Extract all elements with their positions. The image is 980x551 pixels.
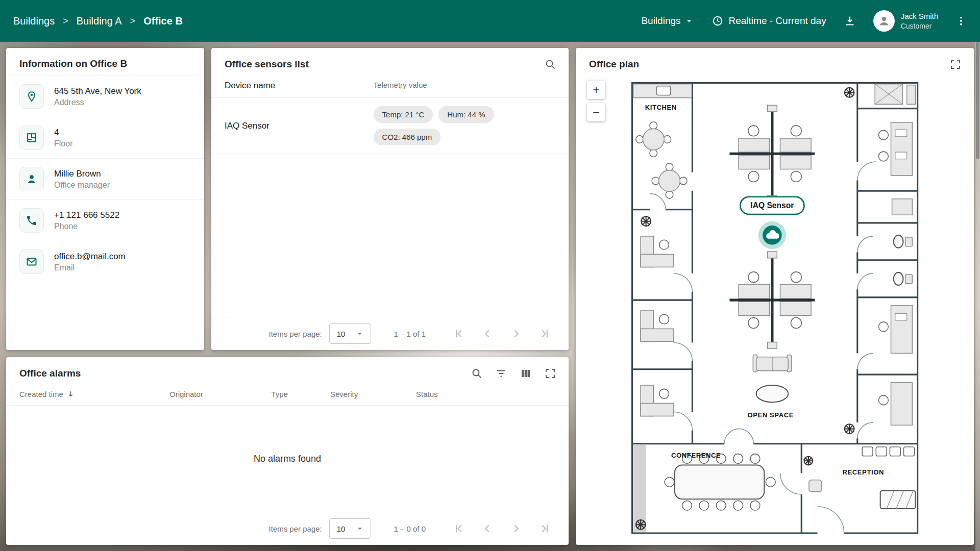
alarms-table-header: Created time Originator Type Severity St… xyxy=(6,386,569,406)
kitchen-furniture xyxy=(633,84,692,198)
address-label: Address xyxy=(54,98,141,107)
office-plan-panel: Office plan + − xyxy=(576,48,974,545)
floor-plan[interactable]: KITCHEN OPEN SPACE CONFERENCE RECEPTION … xyxy=(626,77,924,545)
timewindow-label: Realtime - Current day xyxy=(729,15,826,27)
col-severity[interactable]: Severity xyxy=(330,390,416,398)
page-range-label: 1 – 1 of 1 xyxy=(394,330,426,338)
person-icon xyxy=(877,14,891,28)
download-icon[interactable] xyxy=(844,15,856,27)
cubicle-cluster-top xyxy=(729,105,815,202)
next-page-icon[interactable] xyxy=(509,327,523,340)
walls xyxy=(632,83,917,534)
breadcrumb-buildings[interactable]: Buildings xyxy=(13,15,55,27)
items-per-page-label: Items per page: xyxy=(269,330,322,338)
alarms-panel: Office alarms Created time Originator Ty… xyxy=(6,357,569,545)
timewindow-button[interactable]: Realtime - Current day xyxy=(712,15,826,27)
entity-select[interactable]: Buildings xyxy=(641,15,694,27)
phone-label: Phone xyxy=(54,222,119,231)
info-item-email: office.b@mail.com Email xyxy=(6,241,204,282)
last-page-icon[interactable] xyxy=(538,522,551,535)
cubicle-cluster-bottom xyxy=(729,252,815,348)
columns-icon[interactable] xyxy=(520,367,532,380)
floor-value: 4 xyxy=(54,128,72,138)
user-menu[interactable]: Jack Smith Customer xyxy=(873,10,938,32)
telemetry-chip-hum: Hum: 44 % xyxy=(438,106,494,123)
zoom-in-button[interactable]: + xyxy=(587,81,605,99)
sensors-table-header: Device name Telemetry value xyxy=(211,77,569,98)
phone-value: +1 121 666 5522 xyxy=(54,210,119,220)
alarms-paginator: Items per page: 10 1 – 0 of 0 xyxy=(6,512,569,545)
page-scrollbar[interactable] xyxy=(975,42,980,551)
first-page-icon[interactable] xyxy=(452,522,465,535)
conference-label: CONFERENCE xyxy=(671,452,721,459)
sensors-panel-title: Office sensors list xyxy=(225,59,309,70)
info-item-floor: 4 Floor xyxy=(6,117,204,158)
col-originator[interactable]: Originator xyxy=(169,390,272,398)
telemetry-chip-temp: Temp: 21 °C xyxy=(374,106,433,123)
iaq-sensor-marker[interactable]: IAQ Sensor xyxy=(740,197,804,249)
manager-value: Millie Brown xyxy=(54,169,110,179)
next-page-icon[interactable] xyxy=(509,522,523,535)
email-icon xyxy=(19,249,44,274)
location-icon xyxy=(19,84,44,109)
manager-label: Office manager xyxy=(54,181,110,190)
left-office-furniture xyxy=(641,236,674,416)
floor-plan-viewport[interactable]: + − xyxy=(576,77,974,545)
email-label: Email xyxy=(54,263,126,272)
col-telemetry-value: Telemetry value xyxy=(374,81,555,91)
email-value: office.b@mail.com xyxy=(54,252,126,262)
col-status[interactable]: Status xyxy=(416,390,555,398)
open-space-label: OPEN SPACE xyxy=(747,411,794,419)
page-size-value: 10 xyxy=(337,524,346,533)
page-size-select[interactable]: 10 xyxy=(329,323,372,344)
clock-icon xyxy=(712,15,724,27)
breadcrumb-office-b: Office B xyxy=(143,15,183,27)
sensor-row-iaq[interactable]: IAQ Sensor Temp: 21 °C Hum: 44 % CO2: 46… xyxy=(211,98,569,154)
avatar xyxy=(873,10,895,32)
floor-icon xyxy=(19,126,44,150)
info-item-phone: +1 121 666 5522 Phone xyxy=(6,199,204,241)
items-per-page-label: Items per page: xyxy=(269,524,322,533)
iaq-sensor-chip-label: IAQ Sensor xyxy=(750,201,794,210)
breadcrumb-separator: > xyxy=(130,16,136,27)
info-panel-title: Information on Office B xyxy=(19,58,127,69)
zoom-out-button[interactable]: − xyxy=(587,103,605,121)
info-panel: Information on Office B 645 5th Ave, New… xyxy=(6,48,204,350)
telemetry-chip-co2: CO2: 466 ppm xyxy=(374,129,441,145)
filter-icon[interactable] xyxy=(495,367,507,380)
col-device-name[interactable]: Device name xyxy=(225,81,374,91)
first-page-icon[interactable] xyxy=(452,327,465,340)
sensors-panel: Office sensors list Device name Telemetr… xyxy=(211,48,569,350)
previous-page-icon[interactable] xyxy=(481,522,494,535)
col-created-time[interactable]: Created time xyxy=(19,390,169,398)
page-size-value: 10 xyxy=(337,330,346,338)
breadcrumb-building-a[interactable]: Building A xyxy=(77,15,122,27)
floor-label: Floor xyxy=(54,139,72,148)
search-icon[interactable] xyxy=(544,58,556,70)
top-bar: Buildings > Building A > Office B Buildi… xyxy=(0,0,980,42)
user-role: Customer xyxy=(901,21,938,31)
fullscreen-icon[interactable] xyxy=(949,58,962,70)
device-name: IAQ Sensor xyxy=(225,121,374,131)
last-page-icon[interactable] xyxy=(538,327,551,340)
no-alarms-message: No alarms found xyxy=(6,406,569,512)
kebab-menu-icon[interactable] xyxy=(955,15,967,27)
plan-panel-title: Office plan xyxy=(589,59,639,70)
chevron-down-icon xyxy=(684,16,694,26)
fullscreen-icon[interactable] xyxy=(544,367,556,380)
page-size-select[interactable]: 10 xyxy=(329,518,372,539)
entity-select-label: Buildings xyxy=(641,15,680,27)
phone-icon xyxy=(19,208,44,233)
person-icon xyxy=(19,167,44,191)
search-icon[interactable] xyxy=(471,367,483,380)
chevron-down-icon xyxy=(355,329,364,338)
col-type[interactable]: Type xyxy=(272,390,331,398)
user-name: Jack Smith xyxy=(901,11,938,21)
address-value: 645 5th Ave, New York xyxy=(54,86,141,96)
reception-label: RECEPTION xyxy=(842,468,884,476)
breadcrumb-separator: > xyxy=(63,16,68,27)
previous-page-icon[interactable] xyxy=(481,327,494,340)
info-item-address: 645 5th Ave, New York Address xyxy=(6,76,204,117)
reception-furniture xyxy=(809,447,916,509)
scrollbar-thumb[interactable] xyxy=(976,42,979,159)
